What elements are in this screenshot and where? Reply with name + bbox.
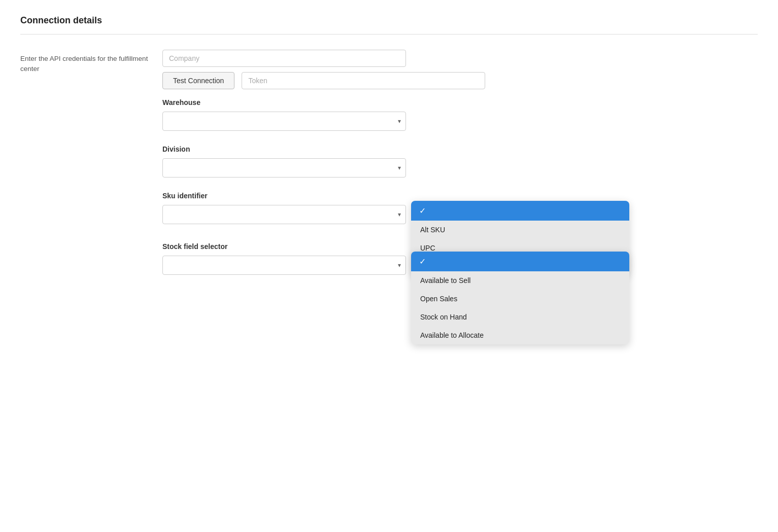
division-select[interactable]: [162, 158, 406, 178]
stock-option-open-sales[interactable]: Open Sales: [411, 290, 629, 308]
warehouse-select-wrapper: ▾: [162, 112, 406, 131]
sku-dropdown-container: ▾ ✓ Alt SKU UPC Style Number: [162, 205, 406, 224]
page-title: Connection details: [20, 15, 758, 34]
credentials-row: Enter the API credentials for the fulfil…: [20, 50, 758, 89]
credentials-inputs: Test Connection: [162, 50, 485, 89]
token-row: Test Connection: [162, 72, 485, 89]
warehouse-label: Warehouse: [162, 98, 406, 107]
stock-dropdown-menu: ✓ Available to Sell Open Sales Stock on …: [411, 252, 629, 344]
sku-row: Sku identifier ▾ ✓ Alt SKU UPC Style Num…: [20, 192, 758, 224]
warehouse-select[interactable]: [162, 112, 406, 131]
stock-select-wrapper: ▾: [162, 256, 406, 275]
stock-row: Stock field selector ▾ ✓ Available to Se…: [20, 242, 758, 275]
credentials-description: Enter the API credentials for the fulfil…: [20, 50, 162, 75]
stock-option-available-allocate[interactable]: Available to Allocate: [411, 326, 629, 344]
connection-details-form: Enter the API credentials for the fulfil…: [20, 50, 758, 289]
token-input[interactable]: [242, 72, 485, 89]
sku-select-wrapper: ▾: [162, 205, 406, 224]
division-select-wrapper: ▾: [162, 158, 406, 178]
stock-label: Stock field selector: [162, 242, 406, 251]
sku-option-altsku[interactable]: Alt SKU: [411, 221, 629, 239]
stock-select[interactable]: [162, 256, 406, 275]
warehouse-row: Warehouse ▾: [20, 98, 758, 131]
test-connection-button[interactable]: Test Connection: [162, 72, 234, 89]
stock-option-stock-hand[interactable]: Stock on Hand: [411, 308, 629, 326]
division-row: Division ▾: [20, 145, 758, 178]
sku-select[interactable]: [162, 205, 406, 224]
stock-option-available-sell[interactable]: Available to Sell: [411, 271, 629, 290]
sku-label: Sku identifier: [162, 192, 406, 200]
sku-option-selected[interactable]: ✓: [411, 201, 629, 221]
company-input[interactable]: [162, 50, 406, 67]
division-label: Division: [162, 145, 406, 153]
stock-dropdown-container: ▾ ✓ Available to Sell Open Sales Stock o…: [162, 256, 406, 275]
stock-option-selected[interactable]: ✓: [411, 252, 629, 271]
